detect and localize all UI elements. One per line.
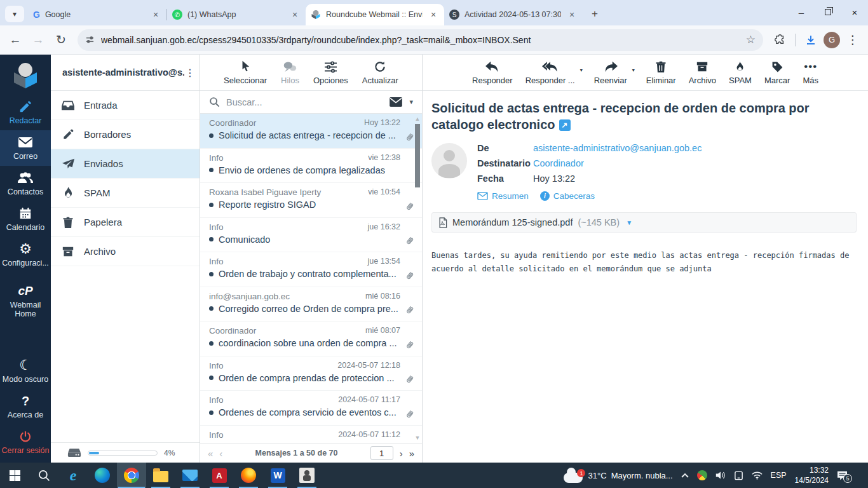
rail-item-calendar[interactable]: Calendario [0, 201, 51, 237]
tab-close-icon[interactable]: × [428, 9, 439, 20]
site-settings-icon[interactable] [85, 35, 95, 44]
taskbar-search-button[interactable] [29, 463, 58, 488]
message-list-item[interactable]: Info2024-05-07 11:17 Ordenes de compra s… [200, 391, 422, 426]
list-scrollbar[interactable]: ▲ ▼ [413, 114, 422, 443]
taskbar-acrobat-button[interactable]: A [205, 463, 234, 488]
attachment-name[interactable]: Memorándum 125-signed.pdf [452, 217, 573, 227]
attachment-menu-caret-icon[interactable]: ▼ [626, 219, 632, 226]
message-list-item[interactable]: info@sanjuan.gob.ecmié 08:16 Corregido c… [200, 287, 422, 322]
first-page-icon[interactable]: « [208, 448, 213, 459]
folder-spam[interactable]: SPAM [51, 179, 200, 208]
address-bar[interactable]: webmail.sanjuan.gob.ec/cpsess2945010335/… [78, 29, 763, 51]
rail-item-compose[interactable]: Redactar [0, 95, 51, 130]
profile-avatar[interactable]: G [824, 32, 840, 48]
browser-menu-icon[interactable]: ⋮ [843, 30, 863, 50]
start-button[interactable] [0, 463, 29, 488]
message-list-item[interactable]: Info2024-05-07 11:12 [200, 426, 422, 444]
tab-roundcube[interactable]: Roundcube Webmail :: Enviados × [306, 4, 444, 25]
forward-caret-icon[interactable]: ▾ [632, 67, 635, 73]
action-center-icon[interactable]: 5 [837, 471, 848, 480]
rail-item-mail[interactable]: Correo [0, 130, 51, 166]
close-button[interactable]: × [841, 0, 868, 24]
taskbar-java-button[interactable] [292, 463, 322, 488]
tab-close-icon[interactable]: × [566, 9, 578, 20]
taskbar-firefox-button[interactable] [234, 463, 263, 488]
search-scope-mail-icon[interactable] [389, 97, 403, 107]
taskbar-chrome-button[interactable] [117, 463, 146, 488]
tab-whatsapp[interactable]: ✆ (1) WhatsApp × [167, 4, 306, 25]
next-page-icon[interactable]: › [400, 448, 403, 459]
spam-button[interactable]: SPAM [729, 60, 752, 85]
headers-link[interactable]: i Cabeceras [540, 191, 595, 201]
search-input[interactable] [226, 97, 383, 107]
taskbar-word-button[interactable]: W [263, 463, 292, 488]
folder-borradores[interactable]: Borradores [51, 120, 200, 149]
search-options-chevron-icon[interactable]: ▾ [409, 98, 413, 106]
downloads-icon[interactable] [801, 30, 821, 50]
prev-page-icon[interactable]: ‹ [219, 448, 222, 459]
language-indicator[interactable]: ESP [771, 471, 787, 480]
archive-button[interactable]: Archivo [689, 60, 716, 85]
folder-papelera[interactable]: Papelera [51, 208, 200, 237]
message-list-item[interactable]: CoordinadorHoy 13:22 Solicitud de actas … [200, 114, 422, 149]
reply-all-caret-icon[interactable]: ▾ [580, 67, 583, 73]
to-address-link[interactable]: Coordinador [533, 158, 584, 168]
weather-widget[interactable]: 1 31°C Mayorm. nubla... [564, 468, 672, 483]
taskbar-explorer-button[interactable] [146, 463, 175, 488]
attachment-bar[interactable]: Memorándum 125-signed.pdf (~145 KB) ▼ [431, 212, 857, 233]
mark-button[interactable]: Marcar [764, 60, 790, 85]
reply-button[interactable]: Responder [472, 60, 513, 85]
message-list-item[interactable]: Info2024-05-07 12:18 Orden de compra pre… [200, 356, 422, 391]
restore-button[interactable] [815, 0, 841, 24]
message-list-item[interactable]: Infojue 16:32 Comunicado [200, 218, 422, 253]
options-button[interactable]: Opciones [313, 60, 348, 85]
last-page-icon[interactable]: » [409, 448, 414, 459]
back-icon[interactable]: ← [5, 30, 25, 50]
tab-actividad[interactable]: S Actividad 2024-05-13 07:30:00 × [444, 4, 583, 25]
taskbar-mail-button[interactable] [175, 463, 205, 488]
new-tab-button[interactable]: + [587, 6, 603, 22]
select-button[interactable]: Seleccionar [224, 60, 267, 85]
tab-search-button[interactable]: ▾ [5, 6, 24, 22]
delete-button[interactable]: Eliminar [646, 60, 676, 85]
rail-item-dark-mode[interactable]: ☾ Modo oscuro [0, 353, 51, 389]
extensions-icon[interactable] [770, 30, 790, 50]
message-list-item[interactable]: Coordinadormié 08:07 coordinacion sobre … [200, 322, 422, 356]
taskbar-ie-button[interactable]: e [58, 463, 88, 488]
tab-google[interactable]: G Google × [28, 4, 166, 25]
message-list-item[interactable]: Infojue 13:54 Orden de trabajo y contrat… [200, 252, 422, 287]
volume-icon[interactable] [715, 471, 726, 480]
rail-item-contacts[interactable]: Contactos [0, 166, 51, 201]
rail-item-webmail-home[interactable]: cP Webmail Home [0, 279, 51, 323]
page-number-input[interactable] [370, 446, 393, 460]
scroll-down-icon[interactable]: ▼ [413, 435, 422, 441]
from-address-link[interactable]: asistente-administrativo@sanjuan.gob.ec [533, 143, 702, 153]
bookmark-star-icon[interactable]: ☆ [746, 33, 756, 46]
rail-item-about[interactable]: ? Acerca de [0, 389, 51, 424]
folder-options-icon[interactable]: ⋮ [184, 67, 196, 79]
antivirus-icon[interactable] [697, 470, 707, 480]
open-in-new-window-icon[interactable]: ↗ [559, 119, 571, 131]
threads-button[interactable]: Hilos [281, 60, 299, 85]
reload-icon[interactable]: ↻ [51, 30, 71, 50]
forward-icon[interactable]: → [28, 30, 48, 50]
folder-archivo[interactable]: Archivo [51, 237, 200, 266]
tab-close-icon[interactable]: × [289, 9, 301, 20]
rail-item-settings[interactable]: ⚙ Configuraci... [0, 237, 51, 273]
scroll-up-icon[interactable]: ▲ [413, 116, 422, 122]
reply-all-button[interactable]: Responder ... ▾ [526, 60, 575, 85]
minimize-button[interactable]: – [788, 0, 815, 24]
refresh-button[interactable]: Actualizar [362, 60, 398, 85]
wifi-icon[interactable] [752, 471, 763, 480]
tablet-mode-icon[interactable] [734, 471, 743, 480]
forward-button[interactable]: Reenviar ▾ [594, 60, 627, 85]
summary-link[interactable]: Resumen [477, 191, 529, 201]
taskbar-edge-button[interactable] [88, 463, 117, 488]
message-list-item[interactable]: Roxana Isabel Piguave Ipertyvie 10:54 Re… [200, 183, 422, 218]
scrollbar-thumb[interactable] [415, 124, 420, 187]
more-button[interactable]: ••• Más [803, 60, 818, 85]
message-list-item[interactable]: Infovie 12:38 Envio de ordenes de compra… [200, 149, 422, 184]
tray-expand-chevron-icon[interactable] [681, 473, 689, 478]
clock[interactable]: 13:32 14/5/2024 [795, 465, 829, 485]
folder-enviados[interactable]: Enviados [51, 149, 200, 179]
